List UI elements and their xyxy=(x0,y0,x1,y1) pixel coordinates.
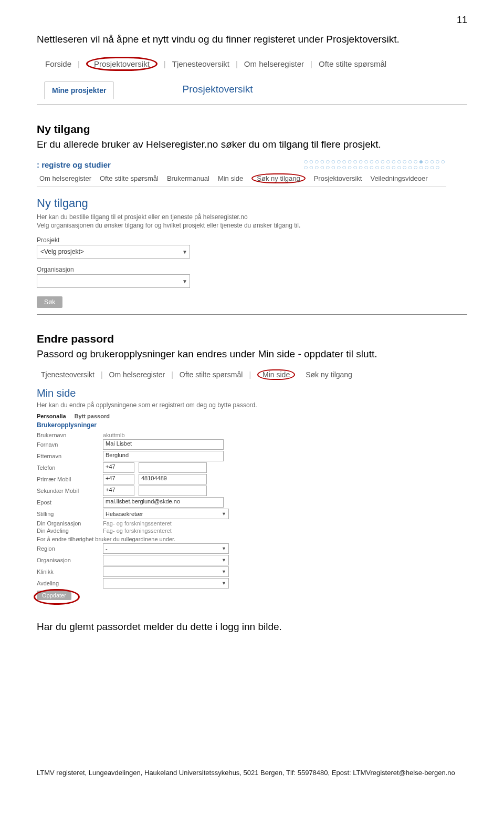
input-epost[interactable]: mai.lisbet.berglund@skde.no xyxy=(103,497,224,508)
tab2-om-helseregister[interactable]: Om helseregister xyxy=(37,174,94,182)
select-prosjekt[interactable]: <Velg prosjekt> ▼ xyxy=(37,245,190,259)
lbl-primmob: Primær Mobil xyxy=(37,476,99,482)
tab2-ofte-stilte[interactable]: Ofte stilte spørsmål xyxy=(97,174,161,182)
select-org[interactable]: ▼ xyxy=(103,555,229,565)
tab-bytt-passord[interactable]: Bytt passord xyxy=(75,413,110,419)
top-tabs: Forside | Prosjektoversikt | Tjenesteove… xyxy=(37,54,446,75)
lbl-epost: Epost xyxy=(37,499,99,505)
val-dinavd: Fag- og forskningssenteret xyxy=(103,528,172,534)
input-sekmob[interactable] xyxy=(139,486,207,496)
label-prosjekt: Prosjekt xyxy=(37,236,446,244)
lbl-dinavd: Din Avdeling xyxy=(37,528,99,534)
select-organisasjon[interactable]: ▼ xyxy=(37,274,190,288)
lbl-avdeling: Avdeling xyxy=(37,580,99,586)
highlight-circle-icon xyxy=(34,589,80,605)
registre-studier-label: : registre og studier xyxy=(37,159,111,170)
sok-button[interactable]: Søk xyxy=(37,296,62,308)
tab-forside[interactable]: Forside xyxy=(40,58,77,69)
input-primmob[interactable]: 48104489 xyxy=(139,474,207,484)
tab2-brukermanual[interactable]: Brukermanual xyxy=(164,174,212,182)
lbl-sekmob: Sekundær Mobil xyxy=(37,488,99,494)
highlight-circle-icon: Søk ny tilgang xyxy=(251,173,305,183)
input-sekmob-prefix[interactable]: +47 xyxy=(103,486,134,496)
tab3-ofte-stilte[interactable]: Ofte stilte spørsmål xyxy=(175,370,247,379)
lbl-stilling: Stilling xyxy=(37,511,99,517)
tab3-sok-ny-tilgang[interactable]: Søk ny tilgang xyxy=(301,370,356,379)
screenshot-3: Tjenesteoversikt| Om helseregister| Ofte… xyxy=(37,368,441,605)
shot3-tabs: Tjenesteoversikt| Om helseregister| Ofte… xyxy=(37,368,441,383)
tilhorighet-note: For å endre tilhørighet bruker du rulleg… xyxy=(37,536,441,542)
val-dinorg: Fag- og forskningssenteret xyxy=(103,520,172,527)
chevron-down-icon: ▼ xyxy=(222,546,226,551)
brukeropplysninger-heading: Brukeropplysninger xyxy=(37,420,441,431)
minside-desc: Her kan du endre på opplysningene som er… xyxy=(37,401,441,409)
select-region[interactable]: -▼ xyxy=(103,543,229,554)
page-number: 11 xyxy=(457,15,467,26)
chevron-down-icon: ▼ xyxy=(182,249,187,255)
lbl-klinikk: Klinikk xyxy=(37,569,99,575)
tab2-sok-ny-tilgang[interactable]: Søk ny tilgang xyxy=(249,173,308,183)
lbl-org: Organisasjon xyxy=(37,557,99,563)
lbl-region: Region xyxy=(37,545,99,552)
highlight-circle-icon: Prosjektoversikt xyxy=(86,57,158,71)
footer-text: LTMV registeret, Lungeavdelingen, Haukel… xyxy=(37,769,455,777)
intro-paragraph: Nettleseren vil nå åpne et nytt vindu og… xyxy=(37,34,467,45)
lbl-brukernavn: Brukernavn xyxy=(37,432,99,438)
nytilgang-desc1: Her kan du bestille tilgang til et prosj… xyxy=(37,213,446,221)
select-klinikk[interactable]: ▼ xyxy=(103,566,229,577)
tab2-min-side[interactable]: Min side xyxy=(215,174,246,182)
nytilgang-page-heading: Ny tilgang xyxy=(37,187,446,212)
lbl-fornavn: Fornavn xyxy=(37,441,99,448)
tab3-tjenesteoversikt[interactable]: Tjenesteoversikt xyxy=(37,370,99,379)
val-brukernavn: akuttmlb xyxy=(103,432,125,438)
dots-decoration: ○○○○○○○○○○○○○○○○○○○○○●○○○○○○○○○○○○○○○○○○… xyxy=(240,159,446,170)
tab-mine-prosjekter[interactable]: Mine prosjekter xyxy=(44,81,114,99)
closing-paragraph: Har du glemt passordet melder du dette i… xyxy=(37,621,467,633)
tab-tjenesteoversikt[interactable]: Tjenesteoversikt xyxy=(167,58,235,69)
input-telefon-prefix[interactable]: +47 xyxy=(103,462,134,473)
select-stilling[interactable]: Helsesekretær▼ xyxy=(103,509,229,519)
divider xyxy=(37,314,467,315)
tab3-om-helseregister[interactable]: Om helseregister xyxy=(105,370,170,379)
tab-personalia[interactable]: Personalia xyxy=(37,413,66,419)
tab2-veiledningsvideoer[interactable]: Veiledningsvideoer xyxy=(368,174,430,182)
input-etternavn[interactable]: Berglund xyxy=(103,451,224,461)
input-primmob-prefix[interactable]: +47 xyxy=(103,474,134,484)
tab-ofte-stilte[interactable]: Ofte stilte spørsmål xyxy=(313,58,392,69)
screenshot-1: Forside | Prosjektoversikt | Tjenesteove… xyxy=(37,54,446,98)
lbl-etternavn: Etternavn xyxy=(37,453,99,459)
tab2-prosjektoversikt[interactable]: Prosjektoversikt xyxy=(311,174,365,182)
chevron-down-icon: ▼ xyxy=(222,511,226,517)
section-heading-nytilgang: Ny tilgang xyxy=(37,123,467,136)
shot2-tabs: Om helseregister Ofte stilte spørsmål Br… xyxy=(37,170,446,187)
endre-passord-text: Passord og brukeropplysninger kan endres… xyxy=(37,348,467,360)
lbl-dinorg: Din Organisasjon xyxy=(37,520,99,527)
tab-om-helseregister[interactable]: Om helseregister xyxy=(239,58,309,69)
screenshot-2: : registre og studier ○○○○○○○○○○○○○○○○○○… xyxy=(37,159,446,308)
input-telefon[interactable] xyxy=(139,462,207,473)
prosjektoversikt-heading: Prosjektoversikt xyxy=(182,84,253,95)
lbl-telefon: Telefon xyxy=(37,465,99,471)
label-organisasjon: Organisasjon xyxy=(37,266,446,273)
select-avdeling[interactable]: ▼ xyxy=(103,578,229,589)
chevron-down-icon: ▼ xyxy=(222,569,226,574)
minside-heading: Min side xyxy=(37,383,441,400)
input-fornavn[interactable]: Mai Lisbet xyxy=(103,439,224,450)
chevron-down-icon: ▼ xyxy=(222,581,226,586)
nytilgang-desc2: Velg organisasjonen du ønsker tilgang fo… xyxy=(37,222,446,229)
highlight-circle-icon: Min side xyxy=(257,369,295,380)
divider xyxy=(37,105,467,105)
nytilgang-text: Er du allerede bruker av Helseregister.n… xyxy=(37,139,467,150)
section-heading-endre-passord: Endre passord xyxy=(37,333,467,345)
tab-prosjektoversikt[interactable]: Prosjektoversikt xyxy=(81,56,163,72)
tab3-min-side[interactable]: Min side xyxy=(253,369,299,380)
chevron-down-icon: ▼ xyxy=(182,278,187,284)
chevron-down-icon: ▼ xyxy=(222,558,226,563)
